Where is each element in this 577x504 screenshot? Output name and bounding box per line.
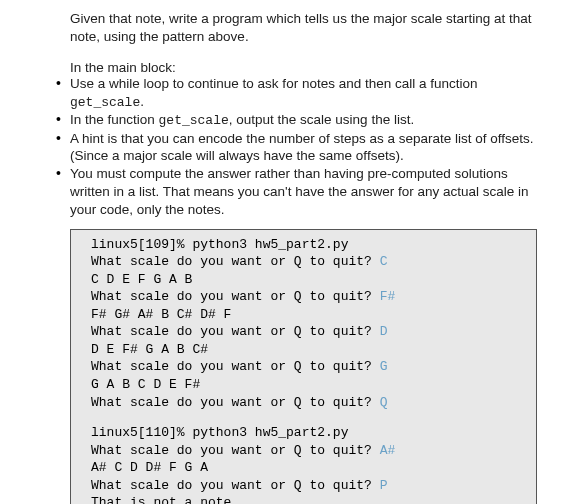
- terminal-result: F# G# A# B C# D# F: [91, 307, 231, 322]
- terminal-result: G A B C D E F#: [91, 377, 200, 392]
- user-input: F#: [380, 289, 396, 304]
- user-input: A#: [380, 443, 396, 458]
- list-text: In the function: [70, 112, 159, 127]
- list-item: You must compute the answer rather than …: [52, 165, 537, 218]
- code-span: get_scale: [159, 113, 229, 128]
- list-text: , output the scale using the list.: [229, 112, 414, 127]
- terminal-output: linux5[109]% python3 hw5_part2.py What s…: [70, 229, 537, 504]
- list-text: Use a while loop to continue to ask for …: [70, 76, 478, 91]
- terminal-command: linux5[109]% python3 hw5_part2.py: [91, 237, 348, 252]
- user-input: Q: [380, 395, 388, 410]
- user-input: P: [380, 478, 388, 493]
- list-text: You must compute the answer rather than …: [70, 166, 529, 217]
- list-item: A hint is that you can encode the number…: [52, 130, 537, 166]
- terminal-prompt: What scale do you want or Q to quit?: [91, 443, 380, 458]
- terminal-result: C D E F G A B: [91, 272, 192, 287]
- terminal-result: D E F# G A B C#: [91, 342, 208, 357]
- list-item: In the function get_scale, output the sc…: [52, 111, 537, 129]
- terminal-prompt: What scale do you want or Q to quit?: [91, 395, 380, 410]
- list-heading: In the main block:: [70, 60, 537, 75]
- code-span: get_scale: [70, 95, 140, 110]
- intro-paragraph: Given that note, write a program which t…: [70, 10, 537, 46]
- terminal-prompt: What scale do you want or Q to quit?: [91, 324, 380, 339]
- terminal-prompt: What scale do you want or Q to quit?: [91, 289, 380, 304]
- user-input: G: [380, 359, 388, 374]
- list-text: A hint is that you can encode the number…: [70, 131, 534, 164]
- instruction-list: Use a while loop to continue to ask for …: [52, 75, 537, 218]
- terminal-prompt: What scale do you want or Q to quit?: [91, 359, 380, 374]
- list-item: Use a while loop to continue to ask for …: [52, 75, 537, 111]
- terminal-command: linux5[110]% python3 hw5_part2.py: [91, 425, 348, 440]
- terminal-error: That is not a note.: [91, 495, 239, 504]
- user-input: C: [380, 254, 388, 269]
- list-text: .: [140, 94, 144, 109]
- terminal-result: A# C D D# F G A: [91, 460, 208, 475]
- user-input: D: [380, 324, 388, 339]
- terminal-prompt: What scale do you want or Q to quit?: [91, 254, 380, 269]
- terminal-prompt: What scale do you want or Q to quit?: [91, 478, 380, 493]
